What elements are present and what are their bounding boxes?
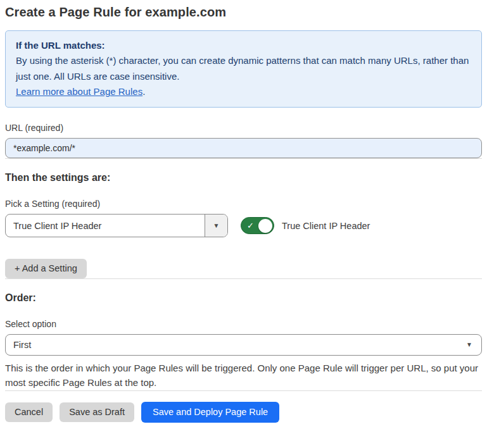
setting-select-caret-button[interactable]: ▼ — [205, 215, 227, 237]
info-box-body-text: By using the asterisk (*) character, you… — [16, 55, 469, 81]
order-select-label: Select option — [5, 319, 482, 329]
setting-row: True Client IP Header ▼ ✓ True Client IP… — [5, 214, 482, 237]
order-help-text: This is the order in which your Page Rul… — [5, 361, 482, 390]
section-divider — [5, 278, 482, 279]
settings-section-heading: Then the settings are: — [5, 172, 482, 184]
info-box-body: By using the asterisk (*) character, you… — [16, 53, 471, 84]
order-select[interactable]: First ▼ — [5, 334, 482, 356]
url-field-label: URL (required) — [5, 123, 482, 133]
setting-select-value: True Client IP Header — [6, 215, 205, 237]
footer-actions: Cancel Save as Draft Save and Deploy Pag… — [5, 402, 482, 423]
footer-divider — [5, 390, 482, 391]
save-and-deploy-button[interactable]: Save and Deploy Page Rule — [141, 402, 279, 423]
chevron-down-icon: ▼ — [466, 342, 472, 348]
section-divider — [5, 158, 482, 159]
setting-picker-label: Pick a Setting (required) — [5, 199, 482, 209]
true-client-ip-toggle[interactable]: ✓ — [241, 217, 274, 234]
url-match-info-box: If the URL matches: By using the asteris… — [5, 30, 482, 108]
order-select-value: First — [13, 340, 31, 350]
save-as-draft-button[interactable]: Save as Draft — [60, 402, 134, 422]
order-section-heading: Order: — [5, 292, 482, 304]
cancel-button[interactable]: Cancel — [5, 402, 53, 422]
page-title: Create a Page Rule for example.com — [5, 5, 482, 20]
chevron-down-icon: ▼ — [213, 223, 220, 229]
check-icon: ✓ — [247, 221, 254, 230]
link-suffix: . — [142, 86, 145, 97]
info-box-heading: If the URL matches: — [16, 38, 471, 53]
learn-more-link[interactable]: Learn more about Page Rules — [16, 86, 142, 97]
setting-select[interactable]: True Client IP Header ▼ — [5, 214, 228, 237]
add-setting-button[interactable]: + Add a Setting — [5, 259, 87, 278]
info-box-link-line: Learn more about Page Rules. — [16, 84, 471, 99]
toggle-knob — [258, 219, 272, 233]
url-input[interactable] — [5, 138, 482, 158]
page-rule-form: Create a Page Rule for example.com If th… — [0, 0, 487, 432]
toggle-label: True Client IP Header — [282, 221, 370, 231]
